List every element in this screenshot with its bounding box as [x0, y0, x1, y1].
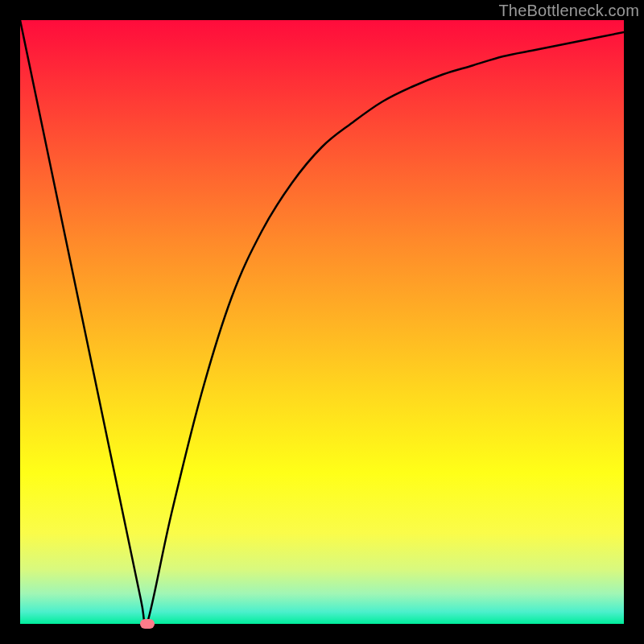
bottleneck-curve: [20, 20, 624, 624]
plot-area: [20, 20, 624, 624]
optimal-point-marker: [140, 619, 155, 629]
watermark-text: TheBottleneck.com: [498, 2, 639, 20]
chart-container: TheBottleneck.com: [0, 0, 644, 644]
